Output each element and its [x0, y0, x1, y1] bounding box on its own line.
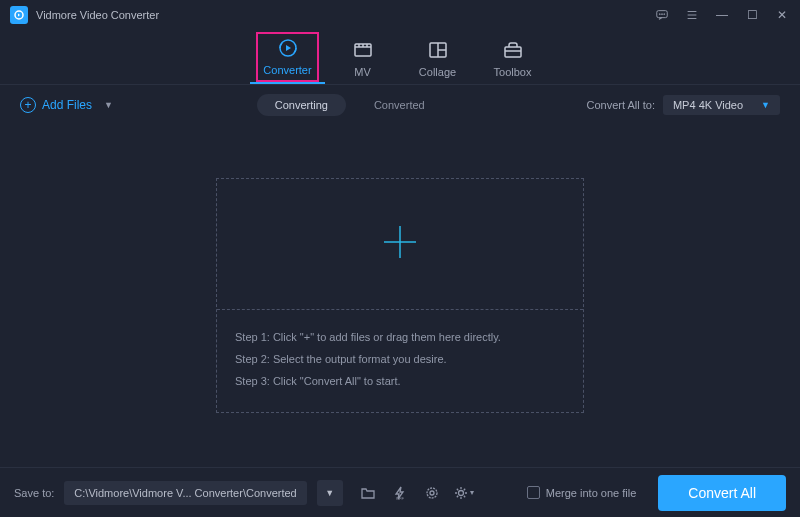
nav-toolbox[interactable]: Toolbox — [475, 38, 550, 84]
save-path-dropdown[interactable]: ▼ — [317, 480, 343, 506]
save-path-value: C:\Vidmore\Vidmore V... Converter\Conver… — [74, 487, 296, 499]
merge-label: Merge into one file — [546, 487, 637, 499]
minimize-button[interactable]: — — [714, 7, 730, 23]
save-path-field[interactable]: C:\Vidmore\Vidmore V... Converter\Conver… — [64, 481, 306, 505]
settings-icon[interactable]: ▾ — [453, 482, 475, 504]
dropzone-instructions: Step 1: Click "+" to add files or drag t… — [217, 309, 583, 412]
svg-point-24 — [459, 490, 464, 495]
convert-all-button[interactable]: Convert All — [658, 475, 786, 511]
output-format-dropdown[interactable]: MP4 4K Video ▼ — [663, 95, 780, 115]
large-plus-icon — [378, 220, 422, 267]
tab-converting[interactable]: Converting — [257, 94, 346, 116]
add-files-button[interactable]: + Add Files ▼ — [20, 97, 113, 113]
feedback-icon[interactable] — [654, 7, 670, 23]
nav-label: Collage — [400, 66, 475, 78]
plus-circle-icon: + — [20, 97, 36, 113]
toolbox-icon — [475, 38, 550, 62]
maximize-button[interactable]: ☐ — [744, 7, 760, 23]
main-nav: Converter MV Collage Toolbox — [0, 30, 800, 85]
checkbox-icon — [527, 486, 540, 499]
svg-point-2 — [659, 14, 660, 15]
close-button[interactable]: ✕ — [774, 7, 790, 23]
saveto-label: Save to: — [14, 487, 54, 499]
converter-icon — [250, 36, 325, 60]
high-speed-icon[interactable] — [421, 482, 443, 504]
merge-checkbox[interactable]: Merge into one file — [527, 486, 637, 499]
nav-mv[interactable]: MV — [325, 38, 400, 84]
svg-text:OFF: OFF — [396, 496, 405, 501]
title-bar: Vidmore Video Converter — ☐ ✕ — [0, 0, 800, 30]
tab-converted[interactable]: Converted — [356, 94, 443, 116]
instruction-step-1: Step 1: Click "+" to add files or drag t… — [235, 326, 565, 348]
mv-icon — [325, 38, 400, 62]
instruction-step-2: Step 2: Select the output format you des… — [235, 348, 565, 370]
nav-label: Toolbox — [475, 66, 550, 78]
instruction-step-3: Step 3: Click "Convert All" to start. — [235, 370, 565, 392]
app-logo-icon — [10, 6, 28, 24]
dropzone-add-area[interactable] — [217, 179, 583, 309]
dropzone[interactable]: Step 1: Click "+" to add files or drag t… — [216, 178, 584, 413]
add-files-label: Add Files — [42, 98, 92, 112]
convert-all-to-label: Convert All to: — [586, 99, 654, 111]
chevron-down-icon[interactable]: ▼ — [104, 100, 113, 110]
nav-label: MV — [325, 66, 400, 78]
format-selected-value: MP4 4K Video — [673, 99, 743, 111]
nav-label: Converter — [250, 64, 325, 76]
sub-toolbar: + Add Files ▼ Converting Converted Conve… — [0, 85, 800, 125]
svg-point-4 — [664, 14, 665, 15]
nav-collage[interactable]: Collage — [400, 38, 475, 84]
svg-point-23 — [430, 491, 434, 495]
collage-icon — [400, 38, 475, 62]
chevron-down-icon: ▼ — [761, 100, 770, 110]
nav-converter[interactable]: Converter — [250, 36, 325, 84]
svg-point-3 — [662, 14, 663, 15]
svg-rect-17 — [505, 47, 521, 57]
svg-point-22 — [427, 488, 437, 498]
menu-icon[interactable] — [684, 7, 700, 23]
bottom-bar: Save to: C:\Vidmore\Vidmore V... Convert… — [0, 467, 800, 517]
main-area: Step 1: Click "+" to add files or drag t… — [0, 125, 800, 465]
hw-accel-icon[interactable]: OFF — [389, 482, 411, 504]
open-folder-icon[interactable] — [357, 482, 379, 504]
app-title: Vidmore Video Converter — [36, 9, 159, 21]
